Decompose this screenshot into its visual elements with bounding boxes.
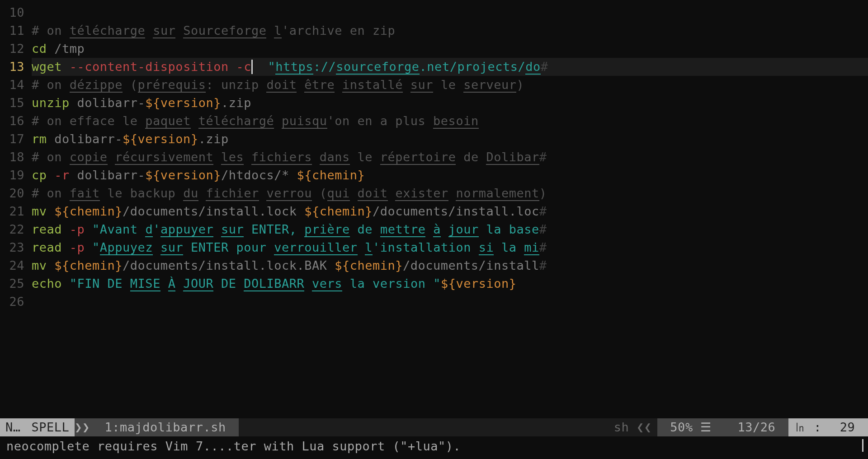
line-number: 10	[0, 4, 32, 22]
line-number: 12	[0, 40, 32, 58]
status-spell: SPELL	[26, 418, 75, 436]
line-number: 22	[0, 220, 32, 239]
message-line: neocomplete requires Vim 7....ter with L…	[0, 437, 868, 455]
code-editor[interactable]: 10 11 # on télécharge sur Sourceforge l'…	[0, 0, 868, 311]
code-line[interactable]: 20 # on fait le backup du fichier verrou…	[0, 184, 868, 202]
scroll-indicator	[862, 439, 863, 452]
code-line[interactable]: 19 cp -r dolibarr-${version}/htdocs/* ${…	[0, 166, 868, 184]
code-line[interactable]: 23 read -p "Appuyez sur ENTER pour verro…	[0, 239, 868, 257]
status-lines: 13/26	[725, 418, 788, 436]
code-line[interactable]: 18 # on copie récursivement les fichiers…	[0, 148, 868, 166]
status-ln-label: ㏑ :	[788, 418, 827, 436]
status-percent: 50% ☰	[657, 418, 725, 436]
line-number: 23	[0, 239, 32, 257]
status-line: N… SPELL ❯❯ 1:majdolibarr.sh sh ❮❮ 50% ☰…	[0, 418, 868, 436]
line-number: 24	[0, 257, 32, 275]
code-line[interactable]: 17 rm dolibarr-${version}.zip	[0, 130, 868, 148]
code-line[interactable]: 22 read -p "Avant d'appuyer sur ENTER, p…	[0, 220, 868, 239]
code-line[interactable]: 25 echo "FIN DE MISE À JOUR DE DOLIBARR …	[0, 275, 868, 293]
line-number: 16	[0, 112, 32, 130]
status-column: 29	[827, 418, 868, 436]
status-filename: 1:majdolibarr.sh	[92, 418, 239, 436]
line-number: 13	[0, 58, 32, 76]
code-line-current[interactable]: 13 wget --content-disposition -c "https:…	[0, 58, 868, 76]
line-number: 21	[0, 202, 32, 220]
code-line[interactable]: 21 mv ${chemin}/documents/install.lock $…	[0, 202, 868, 220]
line-number: 20	[0, 184, 32, 202]
code-line[interactable]: 11 # on télécharge sur Sourceforge l'arc…	[0, 22, 868, 40]
line-number: 15	[0, 94, 32, 112]
line-number: 11	[0, 22, 32, 40]
status-filetype: sh ❮❮	[609, 418, 657, 436]
line-number: 18	[0, 148, 32, 166]
code-line[interactable]: 14 # on dézippe (prérequis: unzip doit ê…	[0, 76, 868, 94]
code-line[interactable]: 10	[0, 4, 868, 22]
code-line[interactable]: 24 mv ${chemin}/documents/install.lock.B…	[0, 257, 868, 275]
status-separator-icon: ❯❯	[75, 418, 92, 436]
status-mode: N…	[0, 418, 26, 436]
line-number: 17	[0, 130, 32, 148]
code-line[interactable]: 12 cd /tmp	[0, 40, 868, 58]
code-line[interactable]: 15 unzip dolibarr-${version}.zip	[0, 94, 868, 112]
line-number: 19	[0, 166, 32, 184]
line-number: 25	[0, 275, 32, 293]
line-number: 14	[0, 76, 32, 94]
code-line[interactable]: 26	[0, 293, 868, 311]
line-number: 26	[0, 293, 32, 311]
code-line[interactable]: 16 # on efface le paquet téléchargé puis…	[0, 112, 868, 130]
